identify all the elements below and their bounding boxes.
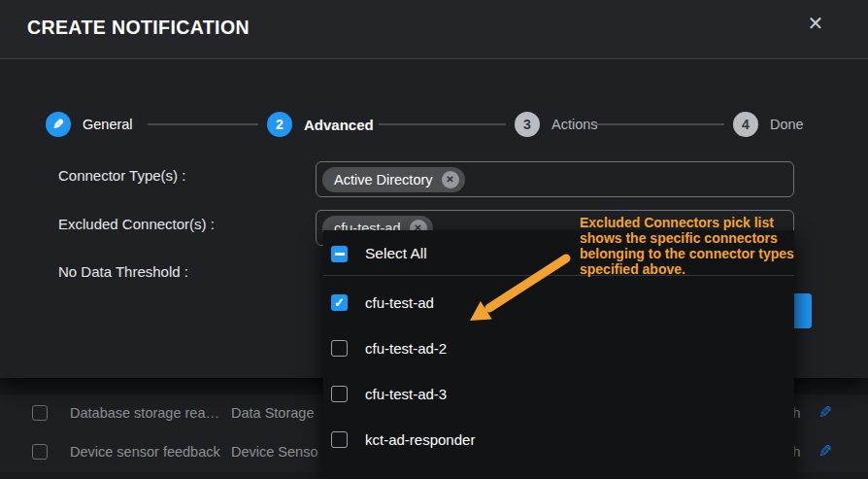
option-label: Select All (365, 245, 427, 262)
excluded-connectors-label: Excluded Connector(s) : (58, 216, 215, 232)
step-connector (595, 123, 724, 125)
step-number: 2 (267, 112, 292, 137)
dialog-header: CREATE NOTIFICATION ✕ (0, 0, 868, 59)
step-label: Actions (551, 117, 598, 132)
step-number: 3 (515, 112, 540, 137)
row-checkbox[interactable] (32, 444, 48, 460)
no-data-threshold-label: No Data Threshold : (58, 263, 188, 280)
step-connector (148, 123, 258, 125)
step-done[interactable]: 4 Done (733, 112, 804, 137)
step-label: Advanced (304, 117, 374, 133)
option-label: kct-ad-responder (365, 431, 475, 448)
dialog-title: CREATE NOTIFICATION (27, 17, 250, 39)
option-checkbox[interactable] (331, 431, 348, 448)
option-label: cfu-test-ad-2 (365, 340, 447, 357)
remove-tag-icon[interactable]: ✕ (442, 171, 459, 188)
option-checkbox[interactable] (331, 294, 348, 311)
notification-name: Device sensor feedback (70, 444, 220, 460)
step-label: General (83, 117, 133, 132)
dropdown-option[interactable]: kct-ad-responder (323, 428, 794, 451)
connector-types-label: Connector Type(s) : (58, 167, 185, 184)
dropdown-option[interactable]: cfu-test-ad (323, 291, 794, 314)
notification-name: Database storage rea… (70, 405, 219, 421)
step-advanced[interactable]: 2 Advanced (267, 112, 374, 137)
edit-pencil-icon[interactable]: ✎ (818, 441, 832, 462)
step-actions[interactable]: 3 Actions (515, 112, 598, 137)
step-number: 4 (733, 112, 758, 137)
annotation-callout-text: Excluded Connectors pick list shows the … (580, 215, 797, 277)
close-icon[interactable]: ✕ (802, 10, 829, 37)
pencil-icon: ✎ (46, 112, 71, 137)
step-general[interactable]: ✎ General (46, 112, 133, 137)
step-label: Done (770, 117, 804, 132)
option-label: cfu-test-ad-3 (365, 386, 447, 402)
dropdown-option[interactable]: cfu-test-ad-3 (323, 382, 794, 405)
screen: Database storage rea… Data Storage wh ✎ … (0, 0, 868, 479)
option-label: cfu-test-ad (365, 294, 434, 311)
notification-type: Device Senso (231, 444, 317, 460)
row-checkbox[interactable] (32, 405, 48, 421)
dropdown-option[interactable]: cfu-test-ad-2 (323, 336, 794, 359)
notification-type: Data Storage (231, 405, 314, 421)
option-checkbox[interactable] (331, 340, 348, 357)
selected-tag: Active Directory ✕ (322, 167, 465, 192)
connector-types-input[interactable]: Active Directory ✕ (316, 161, 794, 197)
step-connector (379, 123, 506, 125)
option-checkbox[interactable] (331, 386, 348, 402)
tag-label: Active Directory (334, 172, 433, 188)
select-all-checkbox[interactable] (331, 246, 348, 262)
edit-pencil-icon[interactable]: ✎ (818, 402, 832, 423)
